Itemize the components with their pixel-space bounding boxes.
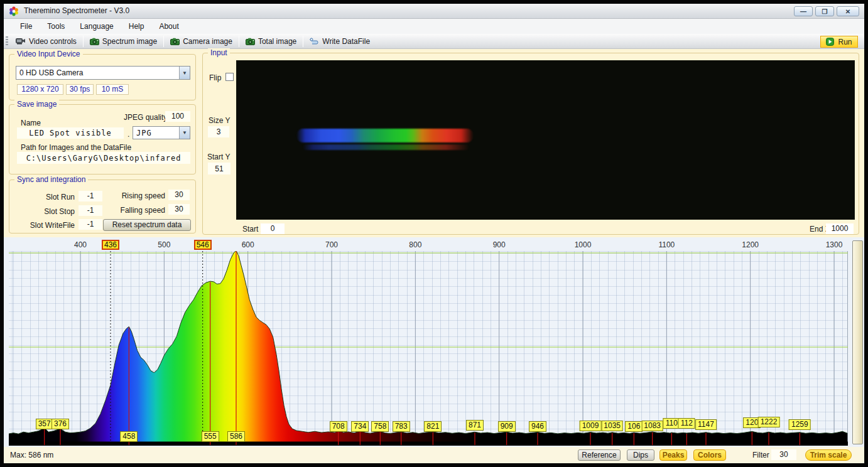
slot-stop-label: Slot Stop <box>17 207 75 216</box>
jpeg-quality-label: JPEG quality <box>124 113 167 122</box>
peak-label-1083: 1083 <box>641 421 663 431</box>
slot-stop-field[interactable] <box>79 205 102 216</box>
run-button[interactable]: Run <box>820 36 858 48</box>
input-title: Input <box>208 48 230 57</box>
resolution-button[interactable]: 1280 x 720 <box>17 84 63 95</box>
input-group: Input Flip Size Y Start Y Start X End X <box>202 53 859 235</box>
camera-icon <box>246 38 255 45</box>
camera-icon <box>170 38 180 45</box>
peak-label-586: 586 <box>227 431 245 442</box>
toolbar-separator <box>239 36 239 47</box>
reference-button[interactable]: Reference <box>578 449 621 461</box>
chart-plot-area <box>9 251 848 446</box>
save-image-title: Save image <box>14 100 59 109</box>
camera-icon <box>90 38 99 45</box>
slot-run-field[interactable] <box>79 191 102 201</box>
run-label: Run <box>838 38 852 46</box>
main-panel: Video Input Device 0 HD USB Camera ▼ 128… <box>4 49 864 237</box>
fps-button[interactable]: 30 fps <box>66 84 94 95</box>
toolbar-button-label: Camera image <box>183 37 232 46</box>
toolbar-separator <box>83 36 84 47</box>
toolbar-button-label: Spectrum image <box>102 37 157 46</box>
peak-label-1035: 1035 <box>601 421 623 431</box>
peak-label-1222: 1222 <box>758 417 780 427</box>
peak-label-783: 783 <box>393 421 410 432</box>
peak-label-106: 106 <box>625 421 643 432</box>
camera-view <box>236 60 855 220</box>
x-axis-tick-800: 800 <box>409 240 421 249</box>
start-y-field[interactable] <box>208 163 231 174</box>
start-y-label: Start Y <box>207 153 230 161</box>
menu-bar: FileToolsLanguageHelpAbout <box>4 19 864 34</box>
minimize-button[interactable]: — <box>794 6 813 16</box>
app-window: Theremino Spectrometer - V3.0 — ❐ ✕ File… <box>0 0 868 467</box>
toolbar-button-label: Video controls <box>29 37 77 46</box>
peak-label-758: 758 <box>371 421 389 432</box>
write-datafile-icon <box>310 37 319 45</box>
size-y-field[interactable] <box>208 126 229 137</box>
path-field[interactable] <box>17 152 190 164</box>
jpeg-quality-field[interactable] <box>165 111 190 122</box>
rising-speed-field[interactable] <box>168 190 190 200</box>
peaks-button[interactable]: Peaks <box>659 449 687 461</box>
dips-button[interactable]: Dips <box>627 449 654 461</box>
video-device-select[interactable]: 0 HD USB Camera ▼ <box>16 66 190 80</box>
filter-field[interactable] <box>771 449 796 460</box>
trim-scale-button[interactable]: Trim scale <box>805 449 852 461</box>
peak-label-821: 821 <box>424 421 442 432</box>
toolbar-button-total-image[interactable]: Total image <box>241 35 301 48</box>
peak-label-946: 946 <box>529 421 546 432</box>
peak-label-376: 376 <box>52 419 69 429</box>
colors-button[interactable]: Colors <box>693 449 726 461</box>
start-x-field[interactable] <box>261 223 285 234</box>
format-value: JPG <box>133 129 179 137</box>
flip-checkbox[interactable] <box>225 73 234 81</box>
close-button[interactable]: ✕ <box>837 6 859 16</box>
menu-item-language[interactable]: Language <box>72 20 121 33</box>
end-x-field[interactable] <box>826 223 854 234</box>
peak-label-871: 871 <box>466 420 484 431</box>
sync-title: Sync and integration <box>14 175 88 184</box>
peak-label-1009: 1009 <box>580 421 602 431</box>
rising-speed-label: Rising speed <box>110 191 165 200</box>
size-y-label: Size Y <box>209 116 230 125</box>
falling-speed-label: Falling speed <box>110 206 165 215</box>
peak-label-708: 708 <box>330 421 347 432</box>
menu-item-help[interactable]: Help <box>121 20 152 33</box>
status-bar: Max: 586 nm Reference Dips Peaks Colors … <box>4 447 864 463</box>
calibration-label-436: 436 <box>102 240 119 250</box>
toolbar-button-spectrum-image[interactable]: Spectrum image <box>85 35 162 48</box>
video-input-title: Video Input Device <box>14 50 83 58</box>
x-axis-tick-500: 500 <box>158 240 170 249</box>
slot-writefile-field[interactable] <box>79 219 102 230</box>
name-label: Name <box>21 119 41 127</box>
menu-item-about[interactable]: About <box>151 20 186 33</box>
image-name-field[interactable] <box>17 127 124 139</box>
title-bar: Theremino Spectrometer - V3.0 — ❐ ✕ <box>4 4 864 19</box>
menu-item-tools[interactable]: Tools <box>40 20 72 33</box>
format-select[interactable]: JPG ▼ <box>133 126 190 139</box>
x-axis-tick-700: 700 <box>325 240 338 249</box>
chevron-down-icon[interactable]: ▼ <box>179 127 190 139</box>
peak-label-357: 357 <box>36 419 53 429</box>
video-device-value: 0 HD USB Camera <box>16 68 179 77</box>
x-axis-tick-1000: 1000 <box>575 240 592 249</box>
x-axis-tick-900: 900 <box>493 240 506 249</box>
falling-speed-field[interactable] <box>168 204 190 215</box>
maximize-button[interactable]: ❐ <box>815 6 834 16</box>
menu-item-file[interactable]: File <box>13 20 40 33</box>
toolbar-button-camera-image[interactable]: Camera image <box>165 35 237 48</box>
x-axis-tick-400: 400 <box>74 240 87 249</box>
peak-label-909: 909 <box>498 421 516 432</box>
reset-spectrum-button[interactable]: Reset spectrum data <box>103 219 191 231</box>
chevron-down-icon[interactable]: ▼ <box>179 67 190 79</box>
toolbar-button-write-datafile[interactable]: Write DataFile <box>305 35 375 48</box>
slot-run-label: Slot Run <box>17 193 75 201</box>
filter-label: Filter <box>752 451 769 459</box>
toolbar: Video controlsSpectrum imageCamera image… <box>4 34 864 49</box>
toolbar-grip <box>6 36 8 46</box>
chart-vertical-scrollbar[interactable] <box>852 240 863 444</box>
x-axis-tick-1300: 1300 <box>826 240 843 249</box>
exposure-button[interactable]: 10 mS <box>96 84 129 95</box>
toolbar-button-video-controls[interactable]: Video controls <box>11 35 82 48</box>
